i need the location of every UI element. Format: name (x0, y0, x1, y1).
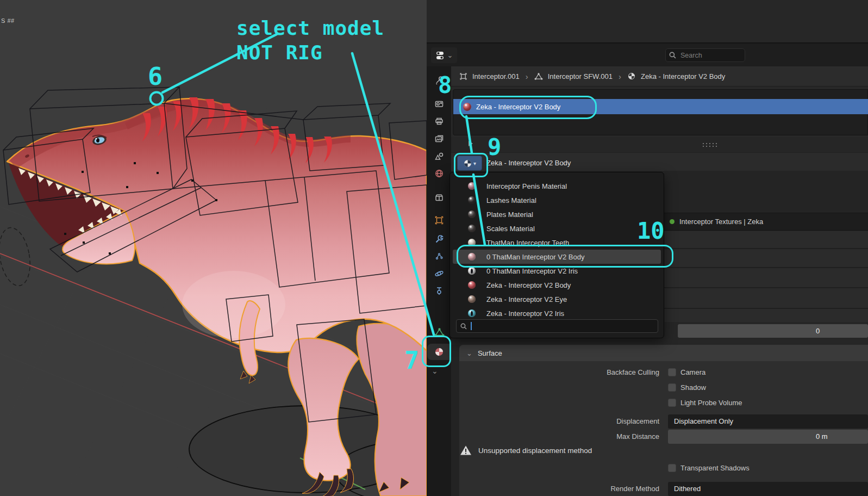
backface-culling-label: Backface Culling (489, 368, 659, 377)
3d-viewport[interactable]: S ## (0, 0, 427, 496)
mesh-data-icon (434, 327, 445, 337)
backface-camera-checkbox[interactable] (668, 368, 676, 376)
material-menu-item[interactable]: Scales Material (453, 221, 661, 235)
material-sphere-icon (468, 182, 476, 190)
tab-physics[interactable] (427, 265, 451, 282)
tab-modifiers[interactable] (427, 231, 451, 247)
rig-jaw-ellipse (0, 225, 34, 288)
tab-collection[interactable] (427, 189, 451, 206)
material-menu-item-label: Interceptor Penis Material (486, 182, 567, 190)
breadcrumb-material[interactable]: Zeka - Interceptor V2 Body (641, 72, 725, 80)
tab-world[interactable] (427, 165, 451, 182)
annotation-note-line2: NOT RIG (236, 43, 323, 63)
properties-header (427, 44, 868, 67)
material-dropdown-menu[interactable]: Interceptor Penis Material Lashes Materi… (449, 172, 664, 338)
surface-panel-header[interactable]: ⌄ Surface (459, 345, 868, 361)
render-method-value: Dithered (674, 482, 701, 496)
displacement-select[interactable]: Displacement Only (668, 414, 868, 429)
material-menu-item-label: Zeka - Interceptor V2 Body (486, 281, 571, 289)
material-icon (627, 72, 636, 80)
material-sphere-icon (434, 346, 445, 357)
viewport-corner-text: S ## (1, 17, 15, 24)
max-distance-label: Max Distance (489, 432, 659, 441)
breadcrumb-separator: › (617, 72, 622, 81)
material-menu-item[interactable]: Interceptor Penis Material (453, 179, 661, 193)
material-menu-item-label: 0 ThatMan Interceptor V2 Iris (486, 267, 578, 275)
material-sphere-icon (468, 210, 476, 218)
mesh-data-icon (534, 72, 543, 80)
dinosaur-model[interactable] (0, 0, 427, 496)
material-sphere-icon (468, 295, 476, 303)
tab-object-data[interactable] (427, 324, 451, 340)
blender-window: S ## ⌄ (0, 0, 868, 496)
material-menu-item[interactable]: Zeka - Interceptor V2 Iris (453, 306, 661, 320)
search-icon (669, 52, 676, 59)
panel-grip-handle[interactable] (702, 140, 717, 150)
material-sphere-icon (468, 239, 476, 246)
material-menu-item-label: ThatMan Interceptor Teeth (486, 239, 569, 247)
material-menu-item-label: Zeka - Interceptor V2 Iris (486, 309, 564, 318)
panel-row-stripes (664, 231, 868, 322)
physics-orbit-icon (434, 269, 444, 278)
backface-lightprobe-label[interactable]: Light Probe Volume (680, 399, 742, 407)
material-menu-item[interactable]: 0 ThatMan Interceptor V2 Iris (453, 264, 661, 278)
transparent-shadows-checkbox[interactable] (668, 464, 676, 472)
material-menu-item[interactable]: Zeka - Interceptor V2 Body (453, 278, 661, 292)
chevron-down-icon: ▾ (473, 160, 476, 166)
breadcrumb-mesh[interactable]: Interceptor SFW.001 (548, 72, 613, 80)
browse-material-sphere-icon (463, 159, 472, 168)
callout-6-label: 6 (148, 64, 163, 89)
editor-type-button[interactable]: ⌄ (431, 47, 457, 63)
browse-material-button[interactable]: ▾ (457, 156, 482, 171)
tab-object[interactable] (427, 212, 451, 228)
backface-camera-label[interactable]: Camera (680, 368, 705, 377)
search-input[interactable] (679, 51, 736, 60)
scene-icon (434, 151, 444, 161)
backface-shadow-checkbox[interactable] (668, 383, 676, 392)
panel-gutter (451, 345, 459, 496)
particles-icon (434, 251, 444, 261)
tabs-overflow-chevron[interactable]: ⌄ (432, 367, 438, 375)
panel-rows-behind (664, 171, 868, 213)
material-sphere-icon (468, 281, 476, 289)
displacement-value: Displacement Only (674, 414, 733, 429)
material-menu-item[interactable]: Zeka - Interceptor V2 Eye (453, 292, 661, 306)
text-cursor (471, 322, 472, 330)
material-slot-name: Zeka - Interceptor V2 Body (476, 103, 560, 111)
material-menu-item[interactable]: 0 ThatMan Interceptor V2 Body (453, 250, 661, 264)
backface-lightprobe-checkbox[interactable] (668, 399, 676, 407)
node-tree-row[interactable]: Interceptor Textures | Zeka (664, 213, 868, 231)
render-method-select[interactable]: Dithered (668, 482, 868, 496)
backface-shadow-label[interactable]: Shadow (680, 383, 706, 392)
transparent-shadows-label[interactable]: Transparent Shadows (680, 464, 750, 473)
chevron-down-icon: ⌄ (447, 51, 453, 59)
tab-view-layer[interactable] (427, 131, 451, 147)
tab-output[interactable] (427, 113, 451, 129)
modifier-wrench-icon (434, 234, 444, 244)
editor-top-strip (427, 0, 868, 44)
max-distance-field[interactable]: 0 m (668, 430, 868, 444)
object-icon (459, 72, 467, 80)
tab-material[interactable] (427, 344, 451, 360)
warning-icon (460, 445, 472, 456)
dropdown-search-field[interactable] (456, 319, 658, 333)
chevron-down-icon: ⌄ (466, 349, 472, 357)
material-menu-item[interactable]: Lashes Material (453, 193, 661, 207)
material-menu-item[interactable]: Plates Material (453, 207, 661, 221)
node-tree-status-dot (670, 219, 675, 224)
view-layer-icon (434, 134, 444, 144)
number-value-field[interactable]: 0 (678, 324, 868, 338)
material-slot-selected[interactable]: Zeka - Interceptor V2 Body (453, 99, 868, 114)
breadcrumb-object[interactable]: Interceptor.001 (472, 72, 520, 80)
render-method-label: Render Method (489, 485, 659, 493)
render-camera-icon (434, 99, 444, 109)
material-menu-item[interactable]: ThatMan Interceptor Teeth (453, 235, 661, 250)
tab-scene[interactable] (427, 148, 451, 164)
material-menu-item-label: Scales Material (486, 225, 535, 233)
preview-collapse-arrow[interactable] (469, 141, 473, 146)
material-sphere-icon (468, 267, 476, 275)
tab-particles[interactable] (427, 248, 451, 264)
search-box[interactable] (665, 48, 745, 62)
material-slot-sphere-icon (463, 103, 471, 111)
tab-constraints[interactable] (427, 283, 451, 299)
